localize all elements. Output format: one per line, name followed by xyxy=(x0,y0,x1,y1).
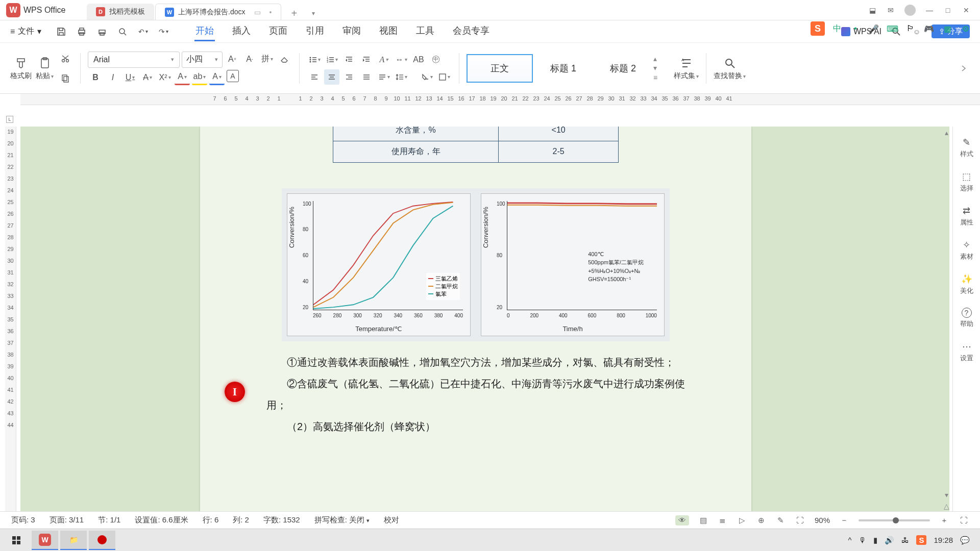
numbering-button[interactable]: 123 xyxy=(324,52,339,67)
tray-clock[interactable]: 19:28 xyxy=(934,536,953,544)
cut-icon[interactable] xyxy=(58,51,73,66)
align-right-button[interactable] xyxy=(341,69,357,85)
print-icon[interactable] xyxy=(76,26,87,37)
side-help[interactable]: ?帮助 xyxy=(960,308,973,329)
ime-keyboard-icon[interactable]: ⌨ xyxy=(886,22,898,35)
horizontal-ruler[interactable]: 7654321123456789101112131415161718192021… xyxy=(20,94,980,105)
line-spacing-button[interactable] xyxy=(394,69,409,85)
file-menu[interactable]: ≡ 文件 ▾ xyxy=(10,26,41,37)
font-size-combo[interactable]: 小四 ▾ xyxy=(182,52,223,68)
start-button[interactable] xyxy=(3,531,30,550)
align-justify-button[interactable] xyxy=(359,69,374,85)
ime-game-icon[interactable]: 🎮 xyxy=(923,22,935,35)
style-heading1[interactable]: 标题 1 xyxy=(534,54,593,83)
tab-view[interactable]: 视图 xyxy=(378,21,399,41)
tab-list-dropdown[interactable]: ▾ xyxy=(307,7,320,20)
tab-templates[interactable]: D 找稻壳模板 xyxy=(87,4,154,20)
side-select[interactable]: ⬚选择 xyxy=(960,171,973,193)
tab-document-active[interactable]: W 上海环博会报告.docx ▭ • xyxy=(155,4,281,20)
bold-button[interactable]: B xyxy=(88,70,103,85)
scroll-down-icon[interactable]: ▾ xyxy=(945,491,948,499)
tab-references[interactable]: 引用 xyxy=(305,21,325,41)
ime-lang[interactable]: 中 xyxy=(831,22,843,35)
vertical-scrollbar[interactable]: ▴ ▾ △ ○ ▽ xyxy=(942,127,950,529)
inbox-icon[interactable]: ⬓ xyxy=(868,6,877,15)
font-color-button[interactable]: A xyxy=(175,70,190,85)
find-replace-button[interactable]: 查找替换 xyxy=(714,56,746,81)
ime-skin-icon[interactable]: 🏳 xyxy=(904,22,917,35)
style-set-button[interactable]: A 样式集 xyxy=(674,56,699,81)
status-spellcheck[interactable]: 拼写检查: 关闭 ▾ xyxy=(314,515,370,525)
side-assets[interactable]: ✧素材 xyxy=(960,239,973,261)
distribute-button[interactable]: AB xyxy=(411,52,426,67)
tray-battery-icon[interactable]: ▮ xyxy=(873,536,877,545)
ime-punct[interactable]: • xyxy=(849,22,862,35)
char-spacing-button[interactable]: ↔ xyxy=(394,52,409,67)
taskbar-wps[interactable]: W xyxy=(32,531,58,550)
tab-tools[interactable]: 工具 xyxy=(415,21,435,41)
bullets-button[interactable] xyxy=(307,52,322,67)
eye-care-icon[interactable]: 👁 xyxy=(675,515,689,525)
status-page[interactable]: 页面: 3/11 xyxy=(50,515,84,525)
zoom-slider[interactable] xyxy=(859,519,930,521)
print-preview-icon[interactable] xyxy=(117,26,128,37)
tab-close-icon[interactable]: • xyxy=(269,8,272,16)
clear-format-icon[interactable] xyxy=(277,52,292,67)
undo-button[interactable]: ↶▾ xyxy=(137,26,149,37)
font-family-combo[interactable]: Arial ▾ xyxy=(88,52,180,68)
align-center-button[interactable] xyxy=(324,69,339,85)
web-view-icon[interactable]: ⊕ xyxy=(756,515,767,525)
side-properties[interactable]: ⇄属性 xyxy=(960,205,973,227)
sogou-icon[interactable]: S xyxy=(811,21,825,36)
tab-page[interactable]: 页面 xyxy=(268,21,288,41)
vertical-ruler[interactable]: 1920212223242526272829303132333435363738… xyxy=(5,127,16,529)
align-left-button[interactable] xyxy=(307,69,322,85)
highlight-button[interactable]: ab xyxy=(192,70,207,85)
tray-mic-icon[interactable]: 🎙 xyxy=(859,536,866,544)
align-distribute-button[interactable] xyxy=(376,69,391,85)
strikethrough-button[interactable]: A xyxy=(140,70,155,85)
status-proof[interactable]: 校对 xyxy=(384,515,399,525)
paragraph[interactable]: （2）高氨选择催化剂（蜂窝状） xyxy=(266,416,685,437)
quick-print-icon[interactable] xyxy=(96,26,108,37)
outline-view-icon[interactable]: ≣ xyxy=(718,515,728,525)
status-page-no[interactable]: 页码: 3 xyxy=(11,515,35,525)
document-viewport[interactable]: 水含量，% <10 使用寿命，年 2-5 xyxy=(20,127,949,529)
side-styles[interactable]: ✎样式 xyxy=(960,137,973,159)
side-settings[interactable]: ⋯设置 xyxy=(960,341,973,363)
tab-member[interactable]: 会员专享 xyxy=(452,21,491,41)
taskbar-explorer[interactable]: 📁 xyxy=(60,531,87,550)
text-shading-button[interactable]: A xyxy=(209,70,225,85)
paste-button[interactable]: 粘贴 xyxy=(36,56,54,81)
style-normal[interactable]: 正文 xyxy=(467,54,533,83)
paragraph[interactable]: ①通过改善载体表面酸碱性，增加氧空穴方法，增加某些成分，对氯、硫具有耐受性； xyxy=(266,352,685,373)
scroll-up-icon[interactable]: ▴ xyxy=(945,129,948,137)
enclose-char-button[interactable]: ㊥ xyxy=(428,52,444,67)
shrink-font-icon[interactable]: A- xyxy=(242,52,257,67)
change-case-icon[interactable]: 拼 xyxy=(259,52,275,67)
char-border-button[interactable]: A xyxy=(227,70,239,82)
taskbar-recorder[interactable] xyxy=(89,531,115,550)
tray-expand-icon[interactable]: ^ xyxy=(848,536,851,544)
ime-mic-icon[interactable]: 🎤 xyxy=(868,22,880,35)
mail-icon[interactable]: ✉ xyxy=(886,6,895,15)
italic-button[interactable]: I xyxy=(105,70,120,85)
avatar-icon[interactable] xyxy=(904,5,916,16)
superscript-button[interactable]: X² xyxy=(157,70,173,85)
style-gallery-expand[interactable]: ▴▾≡ xyxy=(653,54,663,83)
ribbon-collapse-button[interactable] xyxy=(958,43,970,94)
minimize-button[interactable]: — xyxy=(925,6,934,15)
tray-ime-icon[interactable]: S xyxy=(916,535,926,545)
status-section[interactable]: 节: 1/1 xyxy=(98,515,120,525)
increase-indent-button[interactable] xyxy=(359,52,374,67)
para-shading-button[interactable] xyxy=(419,69,434,85)
page-view-icon[interactable]: ▤ xyxy=(698,515,708,525)
zoom-value[interactable]: 90% xyxy=(815,516,830,524)
tray-network-icon[interactable]: 🖧 xyxy=(901,536,909,544)
zoom-in-button[interactable]: + xyxy=(939,515,949,525)
side-beautify[interactable]: ✨美化 xyxy=(960,273,973,295)
underline-button[interactable]: U xyxy=(122,70,138,85)
reading-view-icon[interactable]: ▷ xyxy=(737,515,747,525)
decrease-indent-button[interactable] xyxy=(341,52,357,67)
ime-toolbox-icon[interactable]: ▦ xyxy=(941,22,953,35)
